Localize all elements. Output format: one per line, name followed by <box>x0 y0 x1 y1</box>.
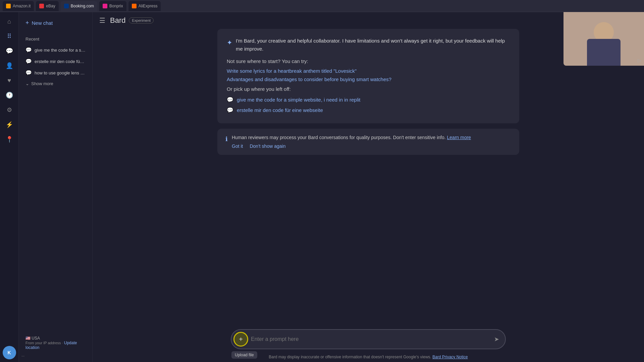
new-chat-label: New chat <box>32 20 53 26</box>
settings-icon-btn[interactable]: ⚙ <box>3 103 16 117</box>
browser-chrome: Amazon.it eBay Booking.com Bonprix AliEx… <box>0 0 644 12</box>
heart-icon-btn[interactable]: ♥ <box>3 74 16 87</box>
main-layout: ⌂ ⠿ 💬 👤 ♥ 🕐 ⚙ ⚡ 📍 K + <box>0 12 644 362</box>
clock-icon-btn[interactable]: 🕐 <box>3 88 16 102</box>
history-item-1: 💬 give me the code for a simple website,… <box>227 95 510 105</box>
suggestion-link-2[interactable]: Advantages and disadvantages to consider… <box>227 76 510 82</box>
webcam-video <box>564 12 644 66</box>
upload-tooltip: Upload file <box>231 351 257 359</box>
bard-intro: ✦ I'm Bard, your creative and helpful co… <box>227 37 510 53</box>
privacy-link[interactable]: Bard Privacy Notice <box>432 355 468 359</box>
profile-icon-btn[interactable]: 👤 <box>3 59 16 72</box>
settings-icon: ⚙ <box>7 106 12 114</box>
messages-icon-btn[interactable]: 💬 <box>3 44 16 58</box>
amazon-favicon <box>6 4 11 8</box>
chat-bubble-icon-3: 💬 <box>25 70 32 76</box>
avatar-icon: K <box>7 350 11 355</box>
intro-text: I'm Bard, your creative and helpful coll… <box>236 37 510 53</box>
tab-booking[interactable]: Booking.com <box>61 1 97 11</box>
icon-bar: ⌂ ⠿ 💬 👤 ♥ 🕐 ⚙ ⚡ 📍 K <box>0 12 19 362</box>
recent-label: Recent <box>21 35 90 44</box>
avatar-icon-btn[interactable]: K <box>3 346 16 359</box>
bard-star-icon: ✦ <box>227 37 232 48</box>
learn-more-link[interactable]: Learn more <box>447 135 471 140</box>
chevron-down-icon: ⌄ <box>25 81 29 86</box>
history-icon-1: 💬 <box>227 97 233 103</box>
bolt-icon-btn[interactable]: ⚡ <box>3 118 16 131</box>
tab-bonprix[interactable]: Bonprix <box>99 1 126 11</box>
got-it-button[interactable]: Got it <box>232 143 243 149</box>
upload-button[interactable]: + <box>233 332 248 347</box>
location-country: USA <box>32 336 40 341</box>
pin-icon-btn[interactable]: 📍 <box>3 133 16 146</box>
heart-icon: ♥ <box>7 77 11 84</box>
pin-icon: 📍 <box>6 136 13 143</box>
tab-amazon-label: Amazon.it <box>13 4 31 8</box>
new-chat-button[interactable]: + New chat <box>21 16 68 30</box>
welcome-card: ✦ I'm Bard, your creative and helpful co… <box>217 29 519 123</box>
webcam-overlay: ▷ <box>564 12 644 66</box>
messages-icon: 💬 <box>6 47 13 55</box>
bonprix-favicon <box>103 4 107 8</box>
history-item-2: 💬 erstelle mir den code für eine webseit… <box>227 105 510 115</box>
apps-icon: ⠿ <box>7 33 11 40</box>
experiment-badge: Experiment <box>129 17 154 23</box>
tab-bonprix-label: Bonprix <box>109 4 123 8</box>
new-chat-icon: + <box>25 19 29 26</box>
history-link-1[interactable]: give me the code for a simple website, i… <box>237 97 361 103</box>
disclaimer: Bard may display inaccurate or offensive… <box>269 355 468 359</box>
notice-card: ℹ Human reviewers may process your Bard … <box>217 129 519 155</box>
prompt-input[interactable] <box>251 336 488 342</box>
ebay-favicon <box>39 4 44 8</box>
tab-booking-label: Booking.com <box>71 4 94 8</box>
app-title: Bard <box>110 16 125 25</box>
disclaimer-text: Bard may display inaccurate or offensive… <box>269 355 431 359</box>
notice-actions: Got it Don't show again <box>232 143 511 149</box>
bolt-icon: ⚡ <box>6 121 13 128</box>
menu-icon-btn[interactable]: ⌂ <box>3 15 16 28</box>
show-more-label: Show more <box>31 81 53 86</box>
show-more-button[interactable]: ⌄ Show more <box>21 78 90 89</box>
history-icon-2: 💬 <box>227 107 233 113</box>
content-area: ▷ ☰ Bard Experiment ✦ I'm Bard, your cre… <box>93 12 644 362</box>
recent-item-3[interactable]: 💬 how to use google lens pictures i... <box>21 67 90 78</box>
chat-bubble-icon-1: 💬 <box>25 47 32 53</box>
recent-item-2[interactable]: 💬 erstelle mir den code für eine we... <box>21 56 90 67</box>
notice-text: Human reviewers may process your Bard co… <box>232 135 511 140</box>
recent-item-text-2: erstelle mir den code für eine we... <box>35 59 86 64</box>
tab-ali[interactable]: AliExpress <box>128 1 161 11</box>
flag-icon: 🇺🇸 <box>25 336 31 341</box>
send-icon: ➤ <box>494 336 499 343</box>
suggestion-link-1[interactable]: Write some lyrics for a heartbreak anthe… <box>227 68 510 74</box>
menu-hamburger-icon[interactable]: ☰ <box>99 16 105 24</box>
sidebar: + New chat Recent 💬 give me the code for… <box>19 12 93 362</box>
chat-bubble-icon-2: 💬 <box>25 58 32 64</box>
dont-show-button[interactable]: Don't show again <box>250 143 285 149</box>
location-bar: 🇺🇸 USA From your IP address · Update loc… <box>21 333 90 353</box>
recent-item-text-1: give me the code for a simple w... <box>35 48 86 53</box>
tab-ali-label: AliExpress <box>139 4 158 8</box>
ali-favicon <box>132 4 137 8</box>
start-text: Not sure where to start? You can try: <box>227 58 510 64</box>
person-body <box>587 39 621 66</box>
top-bar: ☰ Bard Experiment <box>93 12 644 29</box>
location-ip-text: From your IP address · <box>25 341 64 345</box>
history-link-2[interactable]: erstelle mir den code für eine webseite <box>237 107 323 113</box>
profile-icon: 👤 <box>6 62 13 69</box>
tab-amazon[interactable]: Amazon.it <box>3 1 34 11</box>
recent-item-1[interactable]: 💬 give me the code for a simple w... <box>21 44 90 56</box>
tab-ebay[interactable]: eBay <box>36 1 58 11</box>
input-area: + ➤ Upload file Bard may display inaccur… <box>93 324 644 362</box>
or-pick-text: Or pick up where you left off: <box>227 86 510 92</box>
apps-icon-btn[interactable]: ⠿ <box>3 29 16 43</box>
notice-content: Human reviewers may process your Bard co… <box>232 135 511 149</box>
send-button[interactable]: ➤ <box>490 333 502 345</box>
webcam-arrow-icon: ▷ <box>638 58 641 63</box>
plus-icon: + <box>239 336 243 343</box>
info-icon: ℹ <box>225 135 228 143</box>
more-options-btn[interactable]: ··· <box>21 354 90 358</box>
notice-main-text: Human reviewers may process your Bard co… <box>232 135 446 140</box>
home-icon: ⌂ <box>7 18 11 25</box>
recent-item-text-3: how to use google lens pictures i... <box>35 70 86 75</box>
chat-content: ✦ I'm Bard, your creative and helpful co… <box>93 29 644 324</box>
